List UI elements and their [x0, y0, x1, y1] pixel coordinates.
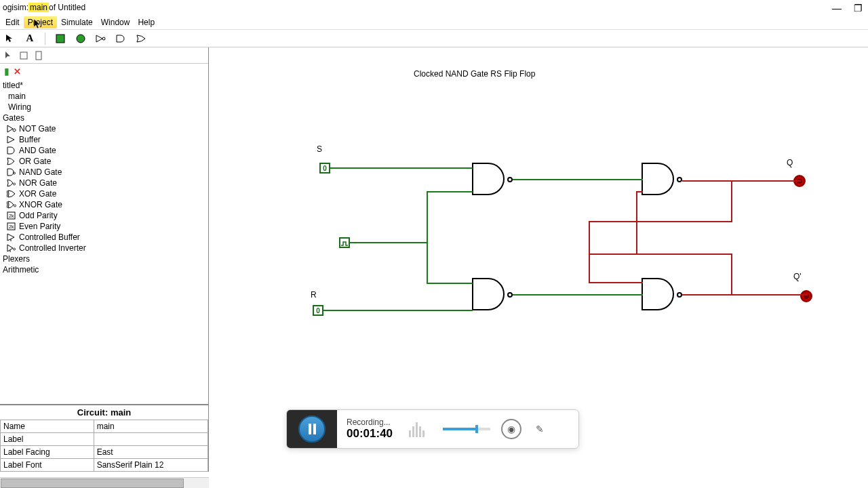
- sidebar: ▮ ✕ titled* main Wiring Gates NOT Gate B…: [0, 47, 209, 472]
- toolbar: A: [0, 30, 868, 47]
- toolbar-separator: [45, 33, 45, 45]
- tree-gate-and[interactable]: AND Gate: [0, 145, 208, 156]
- title-prefix: ogisim:: [3, 3, 28, 12]
- and-gate-tool[interactable]: [115, 32, 128, 45]
- text-tool[interactable]: A: [23, 32, 37, 45]
- properties-panel: Circuit: main Namemain Label Label Facin…: [0, 404, 208, 472]
- tree-gate-buffer[interactable]: Buffer: [0, 134, 208, 145]
- svg-point-1: [77, 35, 85, 43]
- title-highlight: main: [28, 3, 49, 12]
- tree-gate-ctrl-inverter[interactable]: Controlled Inverter: [0, 243, 208, 253]
- sidebar-toolbar: [0, 47, 208, 64]
- tree-folder-gates[interactable]: Gates: [0, 113, 208, 123]
- tree-gate-xor[interactable]: XOR Gate: [0, 188, 208, 199]
- wire: [427, 283, 473, 284]
- nand-gate-4[interactable]: [642, 278, 682, 312]
- svg-rect-4: [36, 52, 41, 60]
- wire: [330, 167, 473, 169]
- wire: [731, 253, 732, 296]
- or-gate-tool[interactable]: [135, 32, 149, 45]
- tree-circuit-main[interactable]: main: [0, 91, 208, 102]
- label-r: R: [311, 290, 317, 300]
- tree-folder-arithmetic[interactable]: Arithmetic: [0, 264, 208, 275]
- zoom-tool[interactable]: [18, 49, 30, 62]
- prop-row-label[interactable]: Label: [1, 433, 208, 446]
- minimize-button[interactable]: —: [832, 3, 842, 14]
- main-area: ▮ ✕ titled* main Wiring Gates NOT Gate B…: [0, 47, 868, 472]
- wire: [513, 294, 643, 296]
- canvas-grid: [209, 47, 868, 472]
- label-q: Q: [787, 158, 793, 167]
- edit-button[interactable]: ✎: [530, 419, 550, 439]
- clock-pin[interactable]: [339, 237, 350, 248]
- output-pin-tool[interactable]: [74, 32, 87, 45]
- recorder-widget: Recording... 00:01:40 ◉ ✎: [286, 409, 579, 449]
- tree-folder-plexers[interactable]: Plexers: [0, 253, 208, 264]
- page-tool[interactable]: [33, 49, 45, 62]
- label-qn: Q': [793, 272, 802, 281]
- wire: [589, 221, 732, 222]
- tree-project-root[interactable]: titled*: [0, 80, 208, 91]
- nand-gate-3[interactable]: [642, 163, 682, 197]
- wire: [682, 180, 801, 182]
- pointer-tool[interactable]: [3, 32, 16, 45]
- svg-rect-3: [20, 52, 27, 59]
- input-pin-tool[interactable]: [54, 32, 67, 45]
- menu-bar: Edit Project Simulate Window Help: [0, 15, 868, 30]
- tree-gate-ctrl-buffer[interactable]: Controlled Buffer: [0, 232, 208, 243]
- tree-gate-or[interactable]: OR Gate: [0, 156, 208, 167]
- wire: [350, 242, 428, 243]
- tree-gate-odd-parity[interactable]: 2kOdd Parity: [0, 210, 208, 221]
- tree-folder-wiring[interactable]: Wiring: [0, 102, 208, 113]
- nand-gate-2[interactable]: [472, 278, 513, 312]
- component-tree[interactable]: titled* main Wiring Gates NOT Gate Buffe…: [0, 79, 208, 404]
- prop-row-name[interactable]: Namemain: [1, 420, 208, 433]
- svg-rect-0: [56, 35, 64, 43]
- wire: [427, 191, 428, 284]
- recorder-status: Recording...: [347, 418, 393, 427]
- wire: [682, 294, 808, 296]
- wire: [731, 180, 732, 222]
- input-pin-s[interactable]: 0: [319, 163, 330, 174]
- wire: [427, 191, 473, 192]
- properties-header: Circuit: main: [0, 405, 208, 420]
- input-pin-r[interactable]: 0: [313, 305, 323, 316]
- wire: [513, 179, 643, 180]
- menu-window[interactable]: Window: [97, 16, 134, 28]
- tree-delete-icon[interactable]: ✕: [14, 66, 21, 77]
- cursor-icon: [34, 19, 42, 30]
- wire: [589, 282, 643, 283]
- wire: [636, 191, 637, 255]
- prop-row-label-facing[interactable]: Label FacingEast: [1, 446, 208, 459]
- wire: [636, 191, 643, 192]
- menu-edit[interactable]: Edit: [1, 16, 24, 28]
- maximize-button[interactable]: ❐: [854, 3, 863, 14]
- tree-gate-not[interactable]: NOT Gate: [0, 123, 208, 134]
- tree-gate-xnor[interactable]: XNOR Gate: [0, 199, 208, 210]
- volume-slider[interactable]: [443, 428, 490, 430]
- title-suffix: of Untitled: [49, 3, 85, 12]
- not-gate-tool[interactable]: [94, 32, 108, 45]
- prop-row-label-font[interactable]: Label FontSansSerif Plain 12: [1, 459, 208, 472]
- pause-button[interactable]: [298, 415, 326, 443]
- hand-tool[interactable]: [3, 49, 15, 62]
- svg-text:2k: 2k: [9, 214, 14, 218]
- record-button[interactable]: ◉: [501, 419, 521, 439]
- sidebar-horizontal-scrollbar[interactable]: [0, 477, 209, 488]
- tree-controls: ▮ ✕: [0, 64, 208, 79]
- output-pin-qn[interactable]: [800, 290, 812, 302]
- menu-simulate[interactable]: Simulate: [57, 16, 97, 28]
- tree-gate-nor[interactable]: NOR Gate: [0, 178, 208, 188]
- recorder-left-panel: [287, 410, 337, 448]
- tree-gate-nand[interactable]: NAND Gate: [0, 167, 208, 178]
- circuit-title-label: Clocked NAND Gate RS Flip Flop: [414, 69, 535, 79]
- tree-gate-even-parity[interactable]: 2kEven Parity: [0, 221, 208, 232]
- audio-level-icon: [409, 421, 429, 437]
- scrollbar-thumb[interactable]: [1, 479, 184, 488]
- svg-text:2k: 2k: [9, 224, 14, 229]
- nand-gate-1[interactable]: [472, 163, 513, 197]
- tree-expand-icon[interactable]: ▮: [4, 66, 9, 77]
- menu-help[interactable]: Help: [134, 16, 159, 28]
- properties-table: Namemain Label Label FacingEast Label Fo…: [0, 420, 208, 472]
- circuit-canvas[interactable]: Clocked NAND Gate RS Flip Flop S R Q Q' …: [209, 47, 868, 472]
